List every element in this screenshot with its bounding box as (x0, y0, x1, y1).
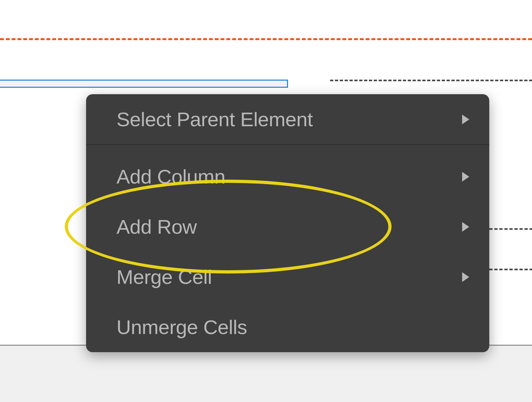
menu-item-unmerge-cells[interactable]: Unmerge Cells (86, 302, 489, 352)
menu-item-label: Unmerge Cells (116, 316, 247, 339)
chevron-right-icon (462, 222, 469, 232)
context-menu: Select Parent Element Add Column Add Row… (86, 94, 489, 352)
chevron-right-icon (462, 172, 469, 182)
menu-item-add-column[interactable]: Add Column (86, 151, 489, 202)
bottom-panel (0, 345, 532, 402)
menu-item-label: Select Parent Element (116, 108, 313, 131)
menu-item-select-parent-element[interactable]: Select Parent Element (86, 94, 489, 144)
selected-table-cell[interactable] (0, 80, 288, 88)
dashed-cell-border-top (330, 80, 532, 81)
dashed-cell-border-mid (489, 228, 532, 230)
chevron-right-icon (462, 272, 469, 282)
menu-item-add-row[interactable]: Add Row (86, 202, 489, 252)
menu-item-label: Add Column (116, 165, 225, 188)
orange-guide-line (0, 38, 532, 40)
menu-item-label: Add Row (116, 215, 197, 238)
menu-item-merge-cell[interactable]: Merge Cell (86, 252, 489, 302)
dashed-cell-border-bottom (489, 269, 532, 270)
chevron-right-icon (462, 115, 469, 124)
menu-item-label: Merge Cell (116, 265, 212, 288)
